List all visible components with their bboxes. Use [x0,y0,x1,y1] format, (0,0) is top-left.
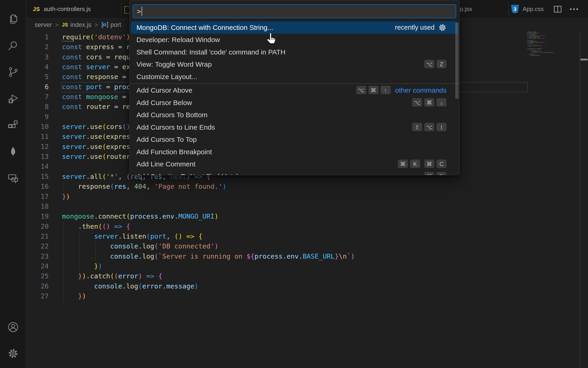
palette-item[interactable]: Add Cursors to Line Ends⇧⌥I [130,121,459,134]
palette-item[interactable]: Add Function Breakpoint [130,146,459,158]
code-line[interactable]: }) [62,261,355,271]
code-line[interactable]: server.listen(port, () => { [62,231,355,241]
palette-item[interactable]: Add Selection To Next Find Match⌘D [130,170,459,175]
palette-separator [130,83,459,84]
line-number: 26 [27,281,49,291]
run-debug-icon [7,93,19,105]
palette-item-label: Shell Command: Install 'code' command in… [136,48,285,56]
line-number: 23 [27,251,49,261]
tab-app-jsx[interactable]: App.jsx [453,0,508,18]
code-line[interactable]: response(res, 404, 'Page not found.') [62,182,355,192]
code-line[interactable]: mongoose.connect(process.env.MONGO_URI) [62,212,355,221]
activity-item-source-control[interactable] [0,60,26,85]
line-number: 27 [27,291,49,301]
activity-item-comments[interactable] [0,166,26,192]
code-line[interactable]: }).catch((error) => { [62,271,355,281]
activity-item-account[interactable] [0,315,26,340]
breadcrumb-item[interactable]: JSindex.js [62,21,91,28]
command-list: MongoDB: Connect with Connection String.… [130,21,459,175]
code-line[interactable]: const router = require('../src/routes/ro… [527,38,532,39]
tab-app-css[interactable]: 3 App.css [511,0,556,18]
activity-item-extensions[interactable] [0,113,26,138]
code-line[interactable]: console.log(`Server is running on ${proc… [62,251,355,261]
line-number: 15 [27,172,49,182]
palette-item[interactable]: MongoDB: Connect with Connection String.… [131,21,458,34]
palette-item[interactable]: Customize Layout... [130,71,459,83]
keycap: ⌥ [412,98,422,107]
line-number: 11 [27,132,49,142]
palette-item-label: View: Toggle Word Wrap [136,60,212,68]
text-cursor [142,7,142,16]
line-number: 18 [27,202,49,212]
chevron-right-icon: > [95,21,98,28]
line-number: 22 [27,241,49,251]
keycap: ⌥ [424,60,434,69]
code-line[interactable]: }) [527,56,532,57]
code-line[interactable]: }) [62,192,355,202]
indent-guide [80,231,80,271]
keycap: ⌘ [398,159,408,169]
code-line[interactable]: .then(() => { [62,221,355,231]
code-line[interactable]: server.use(router) [527,43,532,44]
palette-item-label: Add Cursors To Bottom [136,111,208,119]
activity-item-run-debug[interactable] [0,86,26,111]
activity-item-mongodb[interactable] [0,140,26,165]
command-input-value: > [137,7,141,15]
code-line[interactable]: console.log('DB connected') [62,241,355,251]
line-number: 7 [27,92,49,102]
palette-item[interactable]: Add Cursors To Bottom [130,109,459,121]
palette-item[interactable]: Add Line Comment⌘K⌘C [130,158,459,171]
keybinding-group: ⌘K [398,159,420,169]
vscode-window: JS auth-controllers.js App.jsx 3 App.css… [0,0,588,368]
line-numbers: 1234567891011121314151617181920212223242… [27,32,49,301]
css-file-icon: 3 [511,5,519,14]
palette-scrollbar[interactable] [455,23,458,99]
line-number: 12 [27,142,49,152]
chevron-right-icon: > [55,21,59,28]
keybinding-group: ⌥Z [424,60,446,69]
breadcrumb-item[interactable]: port [101,21,121,28]
recently-used-badge: recently used [395,24,435,31]
overview-ruler-cursor-marker [580,59,588,60]
minimap[interactable]: require('dotenv').config()const express … [527,31,580,353]
activity-item-settings[interactable] [0,341,26,367]
palette-item-label: Add Line Comment [136,160,196,168]
split-editor-icon[interactable] [554,6,561,13]
palette-item[interactable]: Add Cursor Above⌥⌘↑other commands [130,84,459,97]
activity-item-search[interactable] [0,33,26,59]
palette-item-label: Developer: Reload Window [136,36,220,44]
line-number: 14 [27,162,49,172]
indent-guide [63,221,64,301]
palette-item[interactable]: Add Cursors To Top [130,134,459,146]
line-number: 10 [27,122,49,132]
indent-guide [95,241,96,261]
line-number: 2 [27,42,49,52]
command-input-wrap[interactable]: > [133,4,456,18]
code-line[interactable]: }) [62,291,355,301]
keybinding-group: ⌥⌘↑ [356,86,391,95]
palette-item[interactable]: Developer: Reload Window [130,34,459,46]
keybinding-group: ⌘C [424,159,446,169]
palette-item[interactable]: Shell Command: Install 'code' command in… [130,46,459,58]
keycap: ⌥ [356,86,366,95]
line-number: 21 [27,231,49,241]
activity-item-files[interactable] [0,7,26,32]
tab-auth-controllers[interactable]: JS auth-controllers.js [27,0,127,18]
code-line[interactable]: console.log(error.message) [62,281,355,291]
js-file-icon: JS [62,22,68,28]
breadcrumb-item[interactable]: server [35,21,52,28]
comments-icon [7,173,19,185]
other-commands-link[interactable]: other commands [395,86,446,94]
palette-item[interactable]: Add Cursor Below⌥⌘↓ [130,97,459,109]
keycap: ↓ [437,98,446,107]
keycap: ⌥ [424,123,434,132]
code-line[interactable] [62,202,355,212]
gear-icon[interactable] [438,23,446,32]
line-number: 9 [27,112,49,122]
keycap: D [437,172,446,175]
palette-item[interactable]: View: Toggle Word Wrap⌥Z [130,58,459,71]
keycap: ⇧ [412,123,422,132]
line-number: 16 [27,182,49,192]
palette-item-label: MongoDB: Connect with Connection String.… [136,24,273,31]
more-actions-icon[interactable] [569,8,579,10]
